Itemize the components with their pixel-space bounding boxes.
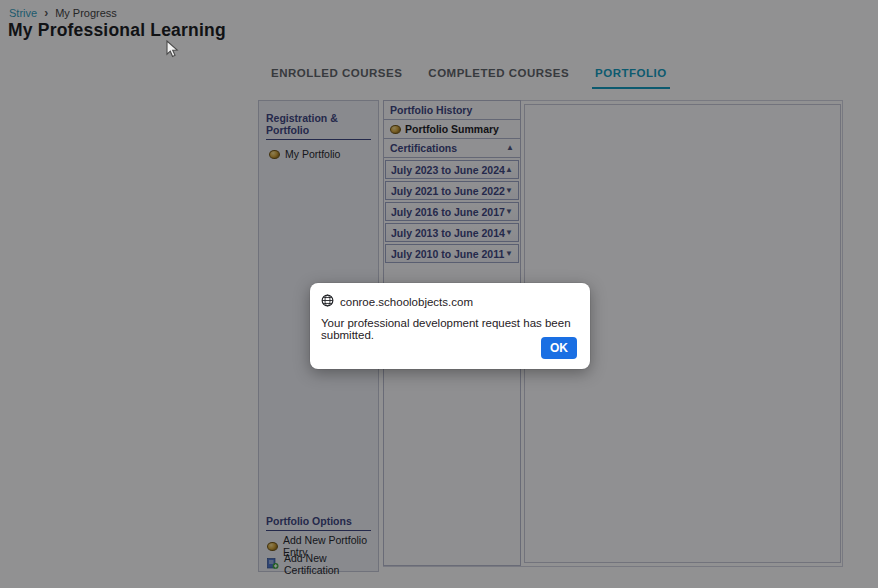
globe-icon — [321, 293, 334, 311]
ok-button[interactable]: OK — [541, 337, 577, 359]
alert-dialog-domain: conroe.schoolobjects.com — [340, 296, 473, 308]
alert-dialog: conroe.schoolobjects.com Your profession… — [310, 283, 590, 369]
alert-dialog-header: conroe.schoolobjects.com — [321, 293, 473, 311]
